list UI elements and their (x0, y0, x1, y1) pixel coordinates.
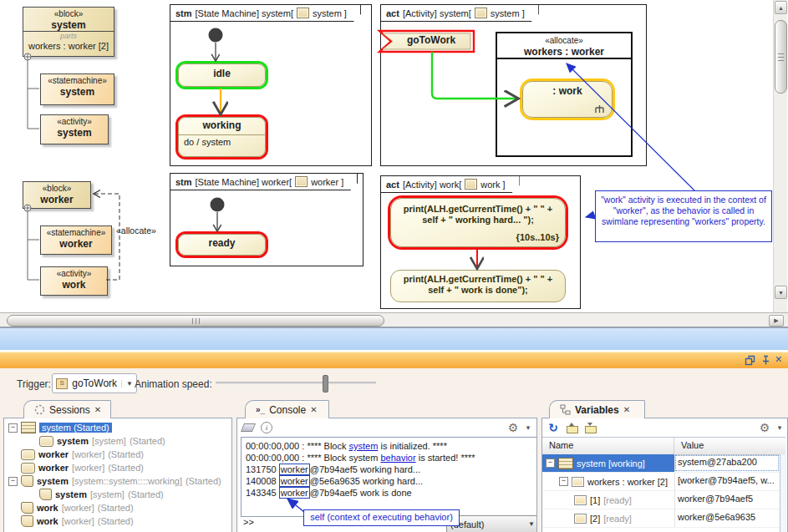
diagram-hscrollbar[interactable]: ▶ (0, 312, 788, 327)
activity-work-element[interactable]: «activity» work (40, 266, 108, 296)
scroll-up-icon: ▲ (778, 5, 784, 11)
variables-icon (560, 404, 571, 415)
block-icon (558, 458, 573, 469)
expand-all-button[interactable] (566, 421, 579, 434)
accept-event-gotowork[interactable]: goToWork (391, 34, 471, 48)
activity-system-element[interactable]: «activity» system (40, 114, 109, 144)
scroll-right-button[interactable]: ▶ (769, 315, 784, 327)
print-working-hard-action[interactable]: print(ALH.getCurrentTime() + " " + self … (390, 198, 566, 247)
close-tab-icon[interactable]: ✕ (623, 405, 630, 414)
block-system-parts: parts workers : worker [2] (23, 31, 114, 52)
column-name[interactable]: Name (542, 438, 674, 454)
console-link[interactable]: behavior (380, 453, 415, 463)
session-row[interactable]: work [worker] (Started) (4, 501, 231, 514)
console-context-combobox[interactable]: (default) ▼ (446, 515, 537, 532)
console-settings-button[interactable]: ⚙ (506, 421, 520, 434)
collapse-all-button[interactable] (584, 421, 597, 434)
pin-button[interactable] (760, 355, 772, 367)
self-context-highlight: worker (279, 475, 310, 487)
tree-expander[interactable]: − (546, 459, 555, 468)
gear-icon: ⚙ (760, 421, 770, 434)
scroll-down-button[interactable]: ▼ (775, 286, 787, 299)
selected-session: system (Started) (39, 423, 112, 433)
console-line: 00:00:00,000 : **** Block system is init… (246, 440, 536, 452)
info-button[interactable]: i (260, 421, 273, 434)
state-working[interactable]: working do / system (178, 117, 266, 157)
variable-row[interactable]: [2] [ready] worker@5e6a9635 (542, 509, 785, 528)
variable-row[interactable]: − system [working] system@27aba200 (542, 454, 785, 473)
workers-swimlane-header: «allocate» workers : worker (497, 33, 631, 59)
session-row[interactable]: work [worker] (Started) (4, 514, 231, 528)
hscroll-thumb[interactable] (7, 315, 384, 327)
sessions-icon (34, 404, 45, 415)
comment-note[interactable]: "work" activity is executed in the conte… (595, 190, 772, 242)
console-link[interactable]: system (349, 441, 379, 451)
activity-diagram-icon (475, 8, 487, 18)
session-row[interactable]: system [system] (Started) (4, 488, 231, 501)
animation-speed-thumb[interactable] (323, 375, 328, 393)
console-prompt[interactable]: >> (243, 517, 254, 527)
column-value[interactable]: Value (674, 438, 785, 454)
block-worker-element[interactable]: «block» worker (23, 181, 91, 209)
caret-down-icon: ▾ (526, 423, 531, 432)
block-system-element[interactable]: «block» system parts workers : worker [2… (23, 7, 114, 57)
stm-worker-frame-header: stm [State Machine] worker[ worker ] (170, 174, 358, 190)
act-work-frame-header: act [Activity] work[ work ] (381, 176, 520, 193)
part-property-icon (574, 514, 587, 524)
close-panel-button[interactable]: ✕ (775, 354, 786, 366)
state-machine-diagram-icon (297, 8, 309, 18)
statemachine-system-element[interactable]: «statemachine» system (40, 73, 114, 105)
print-work-done-action[interactable]: print(ALH.getCurrentTime() + " " + self … (390, 270, 566, 302)
tree-expander[interactable]: − (559, 477, 568, 486)
scroll-right-icon: ▶ (774, 317, 778, 324)
diagram-vscrollbar[interactable]: ▲ ▼ (773, 0, 787, 312)
trigger-combobox[interactable]: S goToWork ▼ (52, 373, 137, 393)
simulation-panel-titlebar[interactable]: ✕ (0, 352, 788, 368)
sessions-panel: − system (Started) system [system] (Star… (3, 418, 232, 532)
tab-variables[interactable]: Variables ✕ (549, 400, 645, 418)
magicdraw-simulation-window: «block» system parts workers : worker [2… (0, 0, 788, 532)
refresh-button[interactable]: ↻ (547, 421, 560, 434)
clear-console-button[interactable] (241, 421, 255, 434)
animation-speed-slider[interactable] (216, 382, 376, 384)
work-call-behavior-action[interactable]: : work (522, 81, 613, 118)
state-ready[interactable]: ready (178, 234, 266, 256)
console-icon: »_ (256, 405, 265, 414)
block-system-stereotype: «block» (23, 8, 114, 19)
variable-row[interactable]: [1] [ready] worker@7b94aef5 (542, 491, 785, 509)
statemachine-worker-element[interactable]: «statemachine» worker (40, 225, 112, 255)
float-button[interactable] (745, 355, 756, 367)
scroll-up-button[interactable]: ▲ (775, 1, 787, 14)
session-row[interactable]: worker [worker] (Started) (4, 461, 231, 474)
session-row[interactable]: − system (Started) (4, 421, 231, 434)
close-tab-icon[interactable]: ✕ (94, 405, 101, 414)
eraser-icon (241, 423, 256, 432)
variables-settings-caret[interactable]: ▾ (773, 421, 786, 434)
statemachine-icon (21, 463, 35, 474)
collapse-all-icon (585, 423, 597, 433)
block-system-name: system (23, 19, 114, 31)
tree-expander[interactable]: − (8, 477, 18, 486)
console-line: 131750 worker@7b94aef5 working hard... (246, 464, 536, 475)
session-row[interactable]: worker [worker] (Started) (4, 448, 231, 461)
tab-console[interactable]: »_ Console ✕ (245, 400, 329, 418)
tab-sessions[interactable]: Sessions ✕ (23, 400, 111, 418)
session-row[interactable]: − system [system::system::::working] (St… (4, 474, 231, 488)
variables-vscrollbar[interactable] (780, 454, 786, 532)
statemachine-icon (39, 436, 53, 447)
close-tab-icon[interactable]: ✕ (310, 405, 317, 414)
self-context-highlight: worker (279, 464, 310, 475)
stm-system-frame-header: stm [State Machine] system[ system ] (170, 5, 361, 22)
variables-settings-button[interactable]: ⚙ (758, 421, 771, 434)
tree-expander[interactable]: − (8, 423, 18, 433)
variable-row[interactable]: − workers : worker [2] [worker@7b94aef5,… (542, 473, 785, 491)
diagram-pane: «block» system parts workers : worker [2… (0, 0, 788, 312)
vscroll-thumb[interactable] (775, 20, 787, 94)
scroll-down-icon: ▼ (778, 290, 784, 296)
session-row[interactable]: system [system] (Started) (4, 434, 231, 448)
variables-table-header[interactable]: Name Value (542, 437, 785, 455)
rake-icon (594, 104, 605, 114)
activity-icon (21, 475, 33, 487)
state-idle[interactable]: idle (178, 63, 266, 87)
console-settings-caret[interactable]: ▾ (521, 421, 535, 434)
